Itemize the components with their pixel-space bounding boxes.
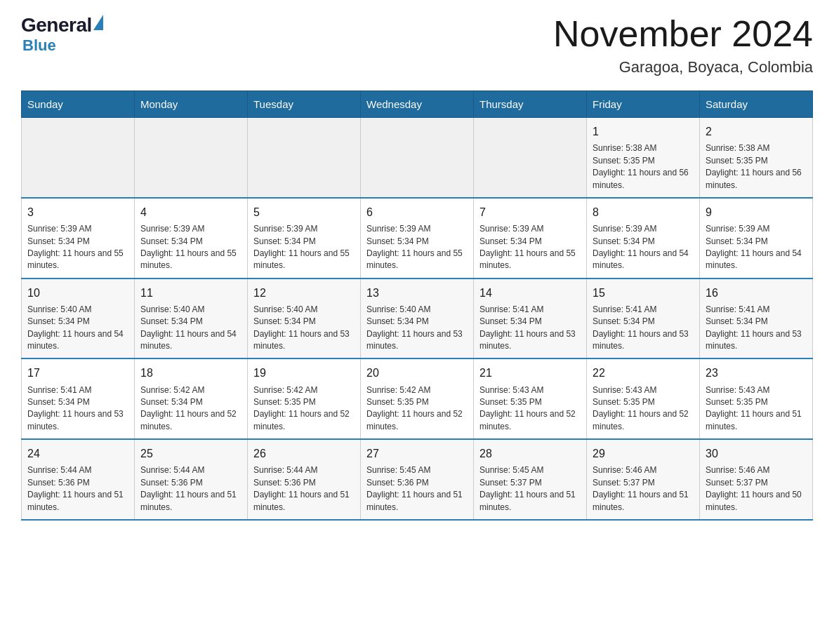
calendar-table: SundayMondayTuesdayWednesdayThursdayFrid… <box>21 90 813 521</box>
page-header: General Blue November 2024 Garagoa, Boya… <box>21 14 813 76</box>
column-header-monday: Monday <box>135 91 248 118</box>
day-info: Sunrise: 5:39 AM Sunset: 5:34 PM Dayligh… <box>706 223 807 272</box>
calendar-cell: 28Sunrise: 5:45 AM Sunset: 5:37 PM Dayli… <box>474 439 587 520</box>
day-info: Sunrise: 5:42 AM Sunset: 5:35 PM Dayligh… <box>366 384 468 434</box>
day-info: Sunrise: 5:43 AM Sunset: 5:35 PM Dayligh… <box>593 384 694 434</box>
calendar-week-row: 24Sunrise: 5:44 AM Sunset: 5:36 PM Dayli… <box>22 439 813 520</box>
logo: General Blue <box>21 14 103 55</box>
calendar-cell: 14Sunrise: 5:41 AM Sunset: 5:34 PM Dayli… <box>474 279 587 359</box>
day-number: 30 <box>706 445 807 462</box>
day-info: Sunrise: 5:41 AM Sunset: 5:34 PM Dayligh… <box>27 384 128 434</box>
day-info: Sunrise: 5:46 AM Sunset: 5:37 PM Dayligh… <box>593 464 694 514</box>
location-title: Garagoa, Boyaca, Colombia <box>553 58 813 76</box>
day-info: Sunrise: 5:39 AM Sunset: 5:34 PM Dayligh… <box>27 223 128 272</box>
logo-triangle-icon <box>93 15 103 30</box>
day-number: 17 <box>27 365 128 381</box>
column-header-thursday: Thursday <box>474 91 587 118</box>
day-info: Sunrise: 5:41 AM Sunset: 5:34 PM Dayligh… <box>593 304 694 353</box>
day-info: Sunrise: 5:39 AM Sunset: 5:34 PM Dayligh… <box>366 223 468 272</box>
calendar-cell: 18Sunrise: 5:42 AM Sunset: 5:34 PM Dayli… <box>135 358 248 439</box>
calendar-week-row: 17Sunrise: 5:41 AM Sunset: 5:34 PM Dayli… <box>22 358 813 439</box>
column-header-tuesday: Tuesday <box>248 91 361 118</box>
calendar-cell: 4Sunrise: 5:39 AM Sunset: 5:34 PM Daylig… <box>135 198 248 279</box>
day-info: Sunrise: 5:44 AM Sunset: 5:36 PM Dayligh… <box>140 464 241 514</box>
calendar-cell: 10Sunrise: 5:40 AM Sunset: 5:34 PM Dayli… <box>22 279 135 359</box>
day-info: Sunrise: 5:43 AM Sunset: 5:35 PM Dayligh… <box>479 384 581 434</box>
calendar-cell: 11Sunrise: 5:40 AM Sunset: 5:34 PM Dayli… <box>135 279 248 359</box>
day-number: 29 <box>593 445 694 462</box>
day-number: 5 <box>253 204 355 220</box>
day-number: 24 <box>27 445 128 462</box>
calendar-cell: 22Sunrise: 5:43 AM Sunset: 5:35 PM Dayli… <box>587 358 700 439</box>
day-number: 12 <box>253 285 355 301</box>
day-info: Sunrise: 5:38 AM Sunset: 5:35 PM Dayligh… <box>706 142 807 192</box>
calendar-cell <box>361 118 474 198</box>
day-number: 26 <box>253 445 355 462</box>
calendar-cell: 2Sunrise: 5:38 AM Sunset: 5:35 PM Daylig… <box>700 118 813 198</box>
calendar-cell: 13Sunrise: 5:40 AM Sunset: 5:34 PM Dayli… <box>361 279 474 359</box>
calendar-cell <box>474 118 587 198</box>
day-info: Sunrise: 5:41 AM Sunset: 5:34 PM Dayligh… <box>706 304 807 353</box>
day-number: 6 <box>366 204 468 220</box>
day-info: Sunrise: 5:39 AM Sunset: 5:34 PM Dayligh… <box>140 223 241 272</box>
day-info: Sunrise: 5:39 AM Sunset: 5:34 PM Dayligh… <box>479 223 581 272</box>
day-number: 21 <box>479 365 581 381</box>
day-info: Sunrise: 5:42 AM Sunset: 5:35 PM Dayligh… <box>253 384 355 434</box>
calendar-cell: 6Sunrise: 5:39 AM Sunset: 5:34 PM Daylig… <box>361 198 474 279</box>
column-header-friday: Friday <box>587 91 700 118</box>
day-info: Sunrise: 5:46 AM Sunset: 5:37 PM Dayligh… <box>706 464 807 514</box>
day-info: Sunrise: 5:40 AM Sunset: 5:34 PM Dayligh… <box>253 304 355 353</box>
day-info: Sunrise: 5:39 AM Sunset: 5:34 PM Dayligh… <box>253 223 355 272</box>
day-number: 14 <box>479 285 581 301</box>
day-number: 27 <box>366 445 468 462</box>
day-number: 18 <box>140 365 241 381</box>
column-header-wednesday: Wednesday <box>361 91 474 118</box>
day-number: 25 <box>140 445 241 462</box>
day-number: 11 <box>140 285 241 301</box>
day-number: 16 <box>706 285 807 301</box>
day-info: Sunrise: 5:40 AM Sunset: 5:34 PM Dayligh… <box>27 304 128 353</box>
calendar-cell: 12Sunrise: 5:40 AM Sunset: 5:34 PM Dayli… <box>248 279 361 359</box>
day-number: 10 <box>27 285 128 301</box>
day-info: Sunrise: 5:43 AM Sunset: 5:35 PM Dayligh… <box>706 384 807 434</box>
day-number: 22 <box>593 365 694 381</box>
calendar-cell <box>248 118 361 198</box>
calendar-cell: 17Sunrise: 5:41 AM Sunset: 5:34 PM Dayli… <box>22 358 135 439</box>
day-number: 1 <box>593 123 694 140</box>
day-info: Sunrise: 5:45 AM Sunset: 5:36 PM Dayligh… <box>366 464 468 514</box>
day-number: 4 <box>140 204 241 220</box>
day-number: 15 <box>593 285 694 301</box>
calendar-cell: 30Sunrise: 5:46 AM Sunset: 5:37 PM Dayli… <box>700 439 813 520</box>
column-header-saturday: Saturday <box>700 91 813 118</box>
day-info: Sunrise: 5:40 AM Sunset: 5:34 PM Dayligh… <box>366 304 468 353</box>
calendar-cell: 1Sunrise: 5:38 AM Sunset: 5:35 PM Daylig… <box>587 118 700 198</box>
day-number: 20 <box>366 365 468 381</box>
day-number: 3 <box>27 204 128 220</box>
calendar-week-row: 1Sunrise: 5:38 AM Sunset: 5:35 PM Daylig… <box>22 118 813 198</box>
calendar-cell: 29Sunrise: 5:46 AM Sunset: 5:37 PM Dayli… <box>587 439 700 520</box>
day-number: 2 <box>706 123 807 140</box>
calendar-cell <box>135 118 248 198</box>
calendar-cell: 26Sunrise: 5:44 AM Sunset: 5:36 PM Dayli… <box>248 439 361 520</box>
column-header-sunday: Sunday <box>22 91 135 118</box>
day-info: Sunrise: 5:38 AM Sunset: 5:35 PM Dayligh… <box>593 142 694 192</box>
day-info: Sunrise: 5:45 AM Sunset: 5:37 PM Dayligh… <box>479 464 581 514</box>
calendar-header-row: SundayMondayTuesdayWednesdayThursdayFrid… <box>22 91 813 118</box>
day-info: Sunrise: 5:44 AM Sunset: 5:36 PM Dayligh… <box>253 464 355 514</box>
calendar-cell: 15Sunrise: 5:41 AM Sunset: 5:34 PM Dayli… <box>587 279 700 359</box>
day-info: Sunrise: 5:39 AM Sunset: 5:34 PM Dayligh… <box>593 223 694 272</box>
day-number: 13 <box>366 285 468 301</box>
calendar-cell: 25Sunrise: 5:44 AM Sunset: 5:36 PM Dayli… <box>135 439 248 520</box>
calendar-cell <box>22 118 135 198</box>
month-title: November 2024 <box>553 14 813 54</box>
day-number: 7 <box>479 204 581 220</box>
calendar-cell: 16Sunrise: 5:41 AM Sunset: 5:34 PM Dayli… <box>700 279 813 359</box>
calendar-cell: 8Sunrise: 5:39 AM Sunset: 5:34 PM Daylig… <box>587 198 700 279</box>
calendar-cell: 24Sunrise: 5:44 AM Sunset: 5:36 PM Dayli… <box>22 439 135 520</box>
calendar-week-row: 3Sunrise: 5:39 AM Sunset: 5:34 PM Daylig… <box>22 198 813 279</box>
title-block: November 2024 Garagoa, Boyaca, Colombia <box>553 14 813 76</box>
calendar-cell: 9Sunrise: 5:39 AM Sunset: 5:34 PM Daylig… <box>700 198 813 279</box>
calendar-cell: 21Sunrise: 5:43 AM Sunset: 5:35 PM Dayli… <box>474 358 587 439</box>
calendar-cell: 19Sunrise: 5:42 AM Sunset: 5:35 PM Dayli… <box>248 358 361 439</box>
calendar-cell: 7Sunrise: 5:39 AM Sunset: 5:34 PM Daylig… <box>474 198 587 279</box>
